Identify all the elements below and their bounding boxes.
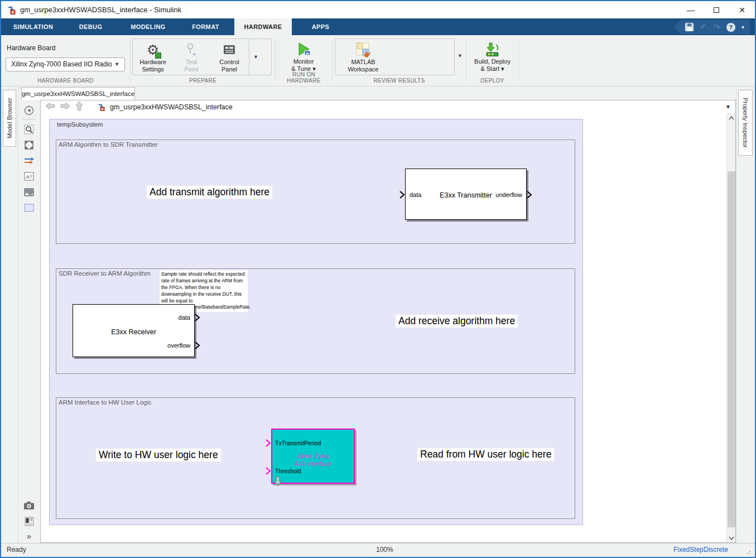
block-e3xx-receiver[interactable]: E3xx Receiver data overflow [73,304,195,357]
window-controls: — ✕ [678,1,755,18]
divider [22,119,36,119]
prepare-gallery: ⚙ Hardware Settings Test Point [132,39,272,75]
maximize-button[interactable] [704,1,729,18]
quick-access-toolbar: ↶ ↷ ? ▾ [673,20,750,34]
tab-simulation[interactable]: SIMULATION [4,18,62,35]
divider [18,86,18,545]
annotation-icon[interactable]: A [20,169,38,184]
viewmarks-icon[interactable] [20,514,38,528]
section-deploy: Build, Deploy & Start ▾ DEPLOY [466,35,518,86]
section-run-on-hardware: Monitor & Tune ▾ RUN ON HARDWARE [276,35,332,86]
property-inspector-tab[interactable]: Property Inspector [738,90,753,156]
model-browser-tab[interactable]: Model Browser [3,90,16,147]
monitor-tune-button[interactable]: Monitor & Tune ▾ [281,39,326,73]
subsystem-label: tempSubsystem [57,121,103,128]
hardware-board-value: Xilinx Zynq-7000 Based IIO Radio [11,60,112,68]
section-review-results: MATLAB Workspace ▼ REVIEW RESULTS [333,35,466,86]
canvas-vscrollbar[interactable] [726,113,735,542]
section-hardware-board: Hardware Board Xilinx Zynq-7000 Based II… [1,35,130,86]
hardware-settings-button[interactable]: ⚙ Hardware Settings [133,39,173,75]
section-label: RUN ON HARDWARE [276,71,332,84]
solver-link[interactable]: FixedStepDiscrete [673,546,728,554]
svg-text:A: A [26,174,30,180]
gear-icon: ⚙ [147,41,159,59]
minimize-button[interactable]: — [678,1,704,18]
subsystem-arrow-icon [273,476,282,488]
route-signals-icon[interactable] [20,153,38,168]
section-prepare: ⚙ Hardware Settings Test Point [131,35,275,86]
titlebar: gm_usrpe3xxHWSWADSBSL_interface - Simuli… [1,1,755,18]
resize-grip[interactable] [747,549,752,555]
ribbon-tab-bar: SIMULATION DEBUG MODELING FORMAT HARDWAR… [1,18,755,35]
window-title: gm_usrpe3xxHWSWADSBSL_interface - Simuli… [20,6,181,14]
input-port-icon [266,439,271,449]
document-tab[interactable]: gm_usrpe3xxHWSWADSBSL_interface [21,87,135,100]
hardware-board-label: Hardware Board [7,44,55,52]
back-icon[interactable] [45,102,55,112]
expand-palette-icon[interactable]: » [20,528,38,543]
editor-dock: Model Browser Property Inspector [1,86,755,545]
breadcrumb[interactable]: gm_usrpe3xxHWSWADSBSL_interface [110,103,233,111]
block-zynq-axi-interface[interactable]: TxTransmitPeriod Xilinx Zynq AXI Interfa… [271,429,355,484]
screenshot-camera-icon[interactable] [20,498,38,513]
hardware-toolstrip: Hardware Board Xilinx Zynq-7000 Based II… [1,35,755,86]
forward-icon[interactable] [60,102,70,112]
block-name: Xilinx Zynq AXI Interface [272,452,354,468]
block-e3xx-transmitter[interactable]: data E3xx Transmitter underflow [405,169,527,220]
quick-access-caret-icon[interactable]: ▾ [741,24,744,30]
close-button[interactable]: ✕ [729,1,755,18]
breadcrumb-dropdown-icon[interactable]: ▼ [725,104,731,110]
scroll-up-icon[interactable] [727,113,736,122]
build-deploy-start-button[interactable]: Build, Deploy & Start ▾ [468,39,517,73]
up-icon[interactable] [75,101,83,113]
image-icon[interactable] [20,185,38,199]
tab-hardware[interactable]: HARDWARE [234,18,292,35]
help-icon[interactable]: ? [726,23,735,32]
monitor-tune-icon [296,40,311,58]
divider [736,86,736,545]
area-box-icon[interactable] [20,200,38,215]
annotation-read[interactable]: Read from HW user logic here [417,448,554,461]
test-point-button: Test Point [173,39,210,75]
section-label: HARDWARE BOARD [1,78,130,84]
output-port-icon [195,314,200,324]
review-results-gallery: MATLAB Workspace [335,39,455,75]
tab-debug[interactable]: DEBUG [62,18,119,35]
test-point-icon [186,41,197,59]
port-label: overflow [167,342,190,349]
undo-icon[interactable]: ↶ [700,23,707,31]
port-label: Threshold [275,468,301,474]
section-label: REVIEW RESULTS [333,78,466,84]
redo-icon[interactable]: ↷ [713,23,720,31]
fit-to-view-icon[interactable] [20,138,38,152]
model-canvas[interactable]: tempSubsystem ARM Algorithm to SDR Trans… [40,113,736,543]
annotation-transmit[interactable]: Add transmit algorithm here [147,186,272,199]
control-panel-button[interactable]: Control Panel [210,39,249,75]
zoom-region-icon[interactable] [20,122,38,137]
matlab-workspace-button[interactable]: MATLAB Workspace [335,39,391,75]
tab-format[interactable]: FORMAT [177,18,234,35]
hardware-board-select[interactable]: Xilinx Zynq-7000 Based IIO Radio ▼ [6,57,125,71]
output-port-icon [195,341,200,352]
save-icon[interactable] [685,22,694,32]
simulink-window: gm_usrpe3xxHWSWADSBSL_interface - Simuli… [0,0,756,558]
tab-modeling[interactable]: MODELING [119,18,177,35]
scrollbar-thumb[interactable] [728,171,735,527]
prepare-gallery-dropdown[interactable]: ▼ [249,39,262,75]
tab-apps[interactable]: APPS [292,18,349,35]
annotation-write[interactable]: Write to HW user logic here [96,449,221,461]
annotation-receive[interactable]: Add receive algorithm here [396,315,518,328]
section-label: DEPLOY [466,78,518,84]
output-port-icon [527,191,532,201]
build-deploy-icon [485,40,500,58]
review-results-dropdown[interactable]: ▼ [458,53,463,59]
zoom-level: 100% [376,546,393,554]
port-label: TxTransmitPeriod [275,440,321,446]
hide-model-browser-button[interactable] [20,103,38,118]
chevron-down-icon: ▼ [114,58,119,71]
simulink-model-icon [7,6,16,15]
input-port-icon [399,191,405,201]
status-bar: Ready 100% FixedStepDiscrete [1,543,755,557]
breadcrumb-model-icon [97,103,105,111]
scroll-down-icon[interactable] [727,533,736,542]
